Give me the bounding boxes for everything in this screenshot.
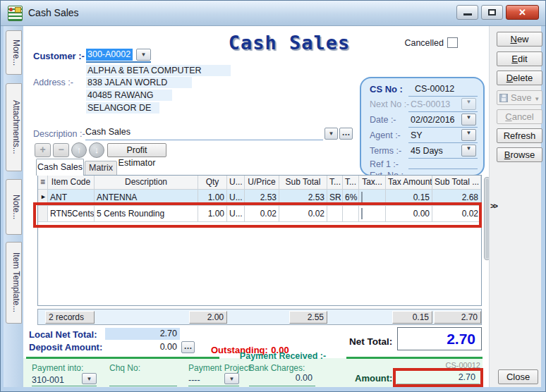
cell-description[interactable]: ANTENNA: [95, 190, 198, 206]
cell-item-code[interactable]: RTN5Cents: [48, 206, 95, 222]
date-dropdown-button[interactable]: ▼: [461, 114, 476, 125]
customer-name: ALPHA & BETA COMPUTER: [86, 65, 231, 76]
description-dropdown-button[interactable]: ▼: [324, 128, 338, 140]
agent-dropdown-button[interactable]: ▼: [461, 129, 476, 141]
date-label: Date :-: [370, 115, 396, 125]
footer-grand-total: 2.70: [434, 311, 481, 324]
grid-footer: 2 records 2.00 2.55 0.15 2.70: [37, 309, 482, 325]
ref1-label: Ref 1 :-: [370, 159, 399, 169]
row-indicator-icon: ►: [38, 190, 48, 206]
close-window-button[interactable]: ✕: [506, 5, 539, 20]
customer-dropdown-button[interactable]: ▼: [136, 49, 151, 61]
net-total-box: 2.70: [397, 327, 482, 350]
table-row[interactable]: ► ANT ANTENNA 1.00 U... 2.53 2.53 SR 6% …: [38, 190, 481, 206]
payment-amount-input[interactable]: 2.70: [396, 371, 480, 384]
sidebar-tab-item-template[interactable]: Item Template...: [6, 242, 22, 324]
column-header-tax-rate[interactable]: T...: [343, 176, 359, 190]
cancel-button: Cancel: [497, 109, 542, 124]
date-value[interactable]: 02/02/2016: [411, 115, 455, 125]
cell-tax-inclusive[interactable]: [359, 190, 386, 206]
tab-matrix[interactable]: Matrix: [85, 161, 117, 176]
cell-tax-code[interactable]: SR: [327, 190, 343, 206]
column-header-subtotal[interactable]: Sub Total: [279, 176, 327, 190]
customer-combobox[interactable]: 300-A0002 ▼: [86, 49, 151, 63]
browse-button[interactable]: Browse: [497, 147, 542, 162]
bank-charges-input[interactable]: 0.00: [249, 373, 315, 386]
cell-qty[interactable]: 1.00: [198, 206, 227, 222]
cell-tax-inclusive[interactable]: [359, 206, 386, 222]
customer-code-value[interactable]: 300-A0002: [86, 49, 133, 61]
terms-value[interactable]: 45 Days: [411, 146, 443, 156]
grid-header-row: ≡ Item Code Description Qty U... U/Price…: [38, 176, 481, 190]
deposit-ellipsis-button[interactable]: …: [181, 341, 195, 353]
column-header-uom[interactable]: U...: [227, 176, 245, 190]
refresh-button[interactable]: Refresh: [497, 128, 542, 143]
description-input[interactable]: Cash Sales: [85, 127, 323, 140]
next-no-value[interactable]: CS-00013: [411, 99, 450, 109]
cell-uprice[interactable]: 2.53: [245, 190, 279, 206]
column-header-item-code[interactable]: Item Code: [48, 176, 95, 190]
cell-item-code[interactable]: ANT: [48, 190, 95, 206]
column-header-description[interactable]: Description: [95, 176, 198, 190]
minimize-button[interactable]: [456, 5, 478, 20]
payment-project-combobox[interactable]: ---- ▼: [188, 373, 239, 386]
new-button[interactable]: New: [497, 32, 542, 47]
close-button[interactable]: Close: [498, 369, 538, 384]
payment-project-value[interactable]: ----: [188, 375, 200, 385]
terms-dropdown-button[interactable]: ▼: [461, 145, 476, 157]
description-ellipsis-button[interactable]: …: [339, 128, 353, 140]
sidebar-tab-attachments[interactable]: Attachments...: [6, 83, 22, 171]
payment-into-dropdown-button[interactable]: ▼: [82, 373, 97, 384]
payment-received-title: Payment Received :-: [212, 351, 353, 361]
section-line-right: [346, 357, 483, 359]
column-header-uprice[interactable]: U/Price: [245, 176, 279, 190]
cell-tax-rate[interactable]: [343, 206, 359, 222]
cell-tax-rate[interactable]: 6%: [343, 190, 359, 206]
chevron-down-icon: ▼: [329, 130, 334, 137]
payment-project-dropdown-button[interactable]: ▼: [224, 373, 239, 384]
tax-checkbox[interactable]: [361, 208, 363, 219]
sidebar-tab-note[interactable]: Note...: [6, 179, 22, 235]
delete-button[interactable]: Delete: [497, 71, 542, 85]
cell-description[interactable]: 5 Cents Rounding: [95, 206, 198, 222]
cell-tax-amount[interactable]: 0.00: [386, 206, 432, 222]
agent-value[interactable]: SY: [411, 130, 423, 140]
column-header-tax-inclusive[interactable]: Tax...: [359, 176, 386, 190]
cancelled-checkbox[interactable]: [447, 37, 458, 48]
cell-qty[interactable]: 1.00: [198, 190, 227, 206]
cell-subtotal-with-tax[interactable]: 0.02: [432, 206, 481, 222]
next-no-dropdown-button[interactable]: ▼: [461, 98, 476, 110]
column-header-tax-amount[interactable]: Tax Amount: [386, 176, 432, 190]
column-header-qty[interactable]: Qty: [198, 176, 227, 190]
chq-no-label: Chq No:: [109, 363, 140, 373]
column-chooser-icon[interactable]: ≡: [38, 176, 48, 190]
sidebar-tab-more[interactable]: More...: [6, 30, 22, 75]
maximize-button[interactable]: [481, 5, 503, 20]
cell-tax-amount[interactable]: 0.15: [386, 190, 432, 206]
cell-tax-code[interactable]: [327, 206, 343, 222]
table-row[interactable]: RTN5Cents 5 Cents Rounding 1.00 U... 0.0…: [38, 206, 481, 222]
payment-into-value[interactable]: 310-001: [32, 375, 64, 385]
tax-checkbox[interactable]: [361, 192, 363, 203]
payment-into-combobox[interactable]: 310-001 ▼: [32, 373, 97, 386]
profit-estimator-button[interactable]: Profit Estimator: [107, 143, 166, 157]
cell-subtotal[interactable]: 2.53: [279, 190, 327, 206]
description-label: Description :-: [33, 129, 85, 139]
tab-cash-sales[interactable]: Cash Sales: [36, 159, 84, 176]
deposit-amount-input[interactable]: 0.00: [105, 341, 180, 353]
chq-no-input[interactable]: [109, 373, 177, 386]
section-line-left: [26, 357, 219, 359]
cell-subtotal-with-tax[interactable]: 2.68: [432, 190, 481, 206]
arrow-down-icon: ↓: [95, 145, 99, 155]
edit-button[interactable]: Edit: [497, 51, 542, 66]
column-header-tax-code[interactable]: T...: [327, 176, 343, 190]
cell-uom[interactable]: U...: [227, 190, 245, 206]
footer-sub-total: 2.55: [289, 311, 327, 324]
save-button: Save ▼: [497, 90, 542, 105]
cell-uom[interactable]: U...: [227, 206, 245, 222]
cell-uprice[interactable]: 0.02: [245, 206, 279, 222]
cell-subtotal[interactable]: 0.02: [279, 206, 327, 222]
column-header-subtotal-with-tax[interactable]: Sub Total ...: [432, 176, 481, 190]
footer-tax-total: 0.15: [392, 311, 432, 324]
cash-sales-window: Cash Sales ✕ More... Attachments... Note…: [0, 0, 546, 392]
